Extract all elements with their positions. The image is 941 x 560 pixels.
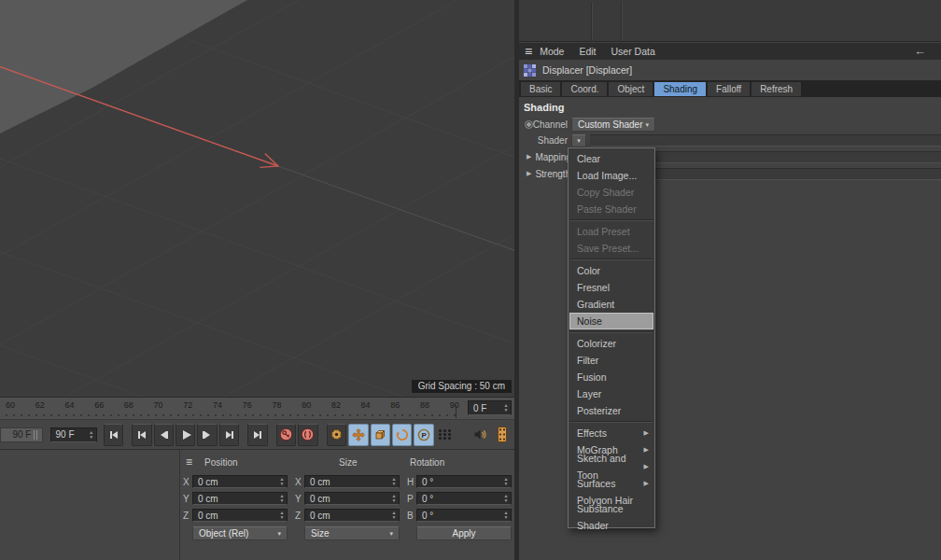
- next-key-button[interactable]: [219, 424, 239, 446]
- section-heading: Shading: [524, 102, 564, 113]
- rotation-b-field[interactable]: 0 ° ▲▼: [416, 509, 512, 522]
- toolbar-area: [519, 0, 941, 42]
- spinner-icon[interactable]: ▲▼: [277, 494, 287, 503]
- spinner-icon[interactable]: ▲▼: [501, 511, 511, 520]
- goto-start-icon: [107, 428, 120, 441]
- channel-dropdown[interactable]: Custom Shader ▾: [571, 118, 655, 132]
- scale-icon: [373, 428, 386, 441]
- cinema4d-window: Grid Spacing : 50 cm 6062 6466 6870 7274…: [0, 0, 941, 560]
- render-film-button[interactable]: [493, 424, 513, 446]
- spinner-icon[interactable]: ▲▼: [277, 511, 287, 520]
- record-keyframe-button[interactable]: [276, 424, 296, 446]
- size-x-field[interactable]: 0 cm ▲▼: [304, 475, 400, 488]
- shader-link-field[interactable]: [590, 134, 941, 147]
- position-x-field[interactable]: 0 cm ▲▼: [192, 475, 288, 488]
- rotation-p-field[interactable]: 0 ° ▲▼: [416, 492, 512, 505]
- menu-item-fusion[interactable]: Fusion: [569, 369, 654, 385]
- speaker-icon: [473, 427, 488, 441]
- goto-end-button[interactable]: [247, 424, 267, 446]
- key-pla-toggle[interactable]: [436, 424, 456, 446]
- menu-item-fresnel[interactable]: Fresnel: [569, 279, 654, 296]
- tab-basic[interactable]: Basic: [521, 82, 560, 96]
- timeline-range-slider[interactable]: 90 F: [0, 427, 43, 442]
- material-manager-panel[interactable]: [0, 450, 180, 560]
- position-space-dropdown[interactable]: Object (Rel) ▾: [192, 526, 288, 540]
- end-frame-field[interactable]: 90 F ▲▼: [50, 427, 97, 442]
- keyframe-dot-icon[interactable]: [525, 120, 533, 129]
- hamburger-icon[interactable]: ≡: [525, 44, 532, 59]
- size-mode-dropdown[interactable]: Size ▾: [304, 526, 400, 540]
- spinner-icon[interactable]: ▲▼: [501, 477, 511, 486]
- record-key-icon: [279, 427, 293, 441]
- history-back-icon[interactable]: ←: [914, 44, 926, 58]
- menu-user-data[interactable]: User Data: [611, 46, 655, 57]
- spinner-icon[interactable]: ▲▼: [389, 477, 399, 486]
- viewport-3d[interactable]: Grid Spacing : 50 cm: [0, 0, 514, 398]
- tab-refresh[interactable]: Refresh: [751, 82, 801, 96]
- axis-label: Y: [295, 494, 304, 504]
- plane-object: [0, 0, 247, 133]
- spinner-icon[interactable]: ▲▼: [87, 430, 96, 440]
- menu-item-load-image[interactable]: Load Image...: [569, 167, 654, 184]
- keyframe-selection-button[interactable]: [327, 424, 346, 446]
- prev-frame-button[interactable]: [154, 424, 174, 446]
- slider-grip-icon[interactable]: [34, 430, 39, 440]
- play-button[interactable]: [176, 424, 195, 446]
- menu-item-noise[interactable]: Noise: [569, 313, 653, 329]
- collapsed-arrow-icon[interactable]: ▶: [527, 153, 531, 161]
- panel-menu-icon[interactable]: ≡: [186, 455, 192, 469]
- chevron-down-icon: ▾: [389, 530, 393, 538]
- displacer-object-icon: [524, 64, 536, 77]
- menu-item-load-preset: Load Preset: [569, 223, 654, 240]
- spinner-icon[interactable]: ▲▼: [501, 403, 511, 413]
- collapsed-arrow-icon[interactable]: ▶: [527, 170, 531, 177]
- menu-item-posterizer[interactable]: Posterizer: [569, 402, 654, 419]
- menu-item-filter[interactable]: Filter: [569, 352, 654, 369]
- tab-falloff[interactable]: Falloff: [708, 82, 750, 96]
- spinner-icon[interactable]: ▲▼: [389, 494, 399, 503]
- spinner-icon[interactable]: ▲▼: [277, 477, 287, 486]
- sound-toggle-button[interactable]: [470, 424, 490, 446]
- next-frame-icon: [201, 428, 214, 441]
- position-z-field[interactable]: 0 cm ▲▼: [192, 509, 288, 522]
- menu-edit[interactable]: Edit: [579, 46, 596, 57]
- key-scale-toggle[interactable]: [371, 424, 390, 446]
- axis-label: H: [407, 477, 416, 487]
- attribute-menubar: ≡ Mode Edit User Data ←: [519, 43, 941, 60]
- rotation-h-field[interactable]: 0 ° ▲▼: [416, 475, 512, 488]
- autokeying-button[interactable]: [298, 424, 317, 446]
- next-frame-button[interactable]: [197, 424, 217, 446]
- menu-item-color[interactable]: Color: [569, 262, 654, 279]
- timeline-ruler[interactable]: 6062 6466 6870 7274 7678 8082 8486 8890 …: [0, 398, 514, 420]
- playhead-marker[interactable]: [456, 405, 456, 418]
- keyframe-selection-icon: [330, 427, 344, 441]
- tab-object[interactable]: Object: [609, 82, 653, 96]
- spinner-icon[interactable]: ▲▼: [501, 494, 511, 503]
- film-strip-icon: [497, 427, 508, 442]
- menu-item-substance-shader[interactable]: Substance Shader: [569, 509, 654, 525]
- menu-item-colorizer[interactable]: Colorizer: [569, 335, 654, 352]
- apply-button[interactable]: Apply: [416, 526, 512, 540]
- menu-mode[interactable]: Mode: [540, 46, 564, 57]
- position-y-field[interactable]: 0 cm ▲▼: [192, 492, 288, 505]
- current-frame-field[interactable]: 0 F ▲▼: [468, 400, 512, 415]
- tab-coord[interactable]: Coord.: [562, 82, 607, 96]
- shader-menu-button[interactable]: ▾: [571, 134, 586, 147]
- menu-item-layer[interactable]: Layer: [569, 385, 654, 402]
- menu-item-effects[interactable]: Effects ▶: [569, 425, 654, 441]
- spinner-icon[interactable]: ▲▼: [389, 511, 399, 520]
- key-parameter-toggle[interactable]: P: [414, 424, 433, 446]
- key-rotation-toggle[interactable]: [392, 424, 412, 446]
- goto-start-button[interactable]: [104, 424, 123, 446]
- ruler-tick-labels: 6062 6466 6870 7274 7678 8082 8486 8890: [2, 400, 463, 410]
- size-y-field[interactable]: 0 cm ▲▼: [304, 492, 400, 505]
- tab-shading[interactable]: Shading: [654, 82, 706, 96]
- prev-key-button[interactable]: [132, 424, 151, 446]
- axis-label: P: [407, 494, 416, 504]
- size-z-field[interactable]: 0 cm ▲▼: [304, 509, 400, 522]
- menu-item-sketch-and-toon[interactable]: Sketch and Toon ▶: [569, 458, 654, 475]
- svg-text:P: P: [422, 431, 428, 440]
- menu-item-clear[interactable]: Clear: [569, 150, 654, 167]
- key-position-toggle[interactable]: [348, 424, 368, 446]
- menu-item-gradient[interactable]: Gradient: [569, 296, 654, 313]
